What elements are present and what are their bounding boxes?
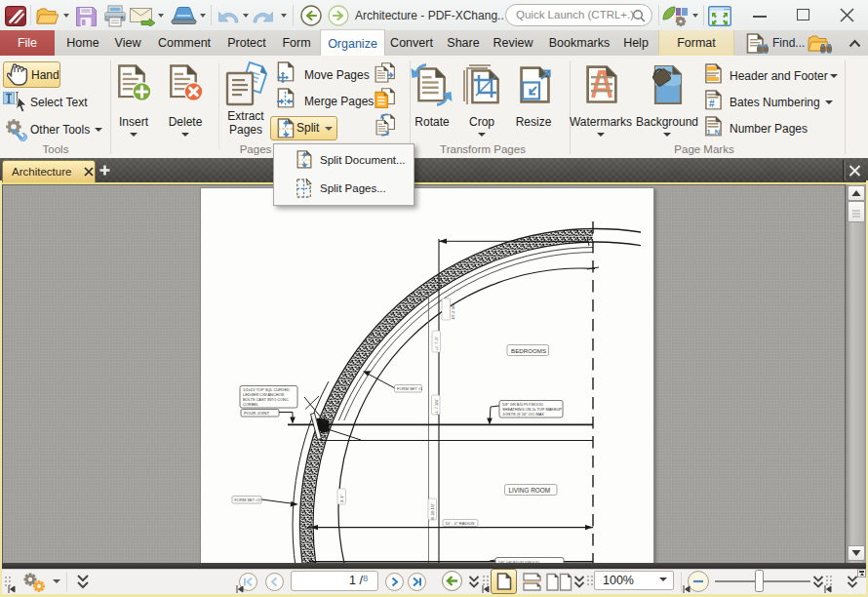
svg-text:LIVING ROOM: LIVING ROOM <box>509 487 551 494</box>
svg-text:8'-10 1/2": 8'-10 1/2" <box>430 502 435 520</box>
svg-text:1..N: 1..N <box>707 128 721 137</box>
svg-text:10' - 0" RADIUS: 10' - 0" RADIUS <box>446 521 475 526</box>
svg-text:10'-2 3/4": 10'-2 3/4" <box>451 302 455 320</box>
svg-text:POUR JOINT: POUR JOINT <box>244 411 269 416</box>
svg-text:CORBEL: CORBEL <box>243 402 259 407</box>
svg-text:JOISTS @ 16" O/C MAX: JOISTS @ 16" O/C MAX <box>502 412 544 417</box>
svg-text:+/- 7 3/4": +/- 7 3/4" <box>434 398 439 415</box>
svg-text:BEDROOMS: BEDROOMS <box>511 347 546 354</box>
svg-text:#: # <box>709 99 715 109</box>
svg-text:+/- 7'-9": +/- 7'-9" <box>434 336 439 350</box>
svg-text:FORM SET #1: FORM SET #1 <box>397 386 423 391</box>
svg-text:3'-1": 3'-1" <box>339 494 344 502</box>
svg-text:FORM SET #2: FORM SET #2 <box>235 498 261 502</box>
